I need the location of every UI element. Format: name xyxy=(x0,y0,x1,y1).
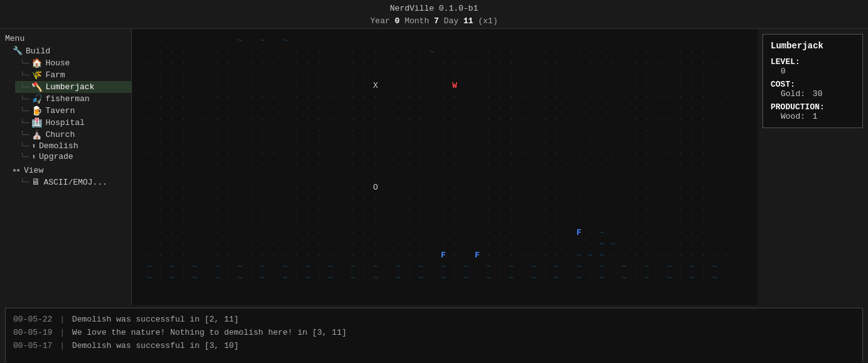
grid-cell: · xyxy=(393,137,404,148)
grid-cell: · xyxy=(597,171,608,182)
grid-cell: · xyxy=(676,80,687,92)
grid-cell: · xyxy=(608,273,619,284)
grid-cell: · xyxy=(314,46,325,58)
grid-cell: · xyxy=(314,250,325,261)
grid-cell: · xyxy=(427,69,438,80)
grid-cell: · xyxy=(529,216,540,227)
sidebar-item-tavern[interactable]: └─ 🍺 Tavern xyxy=(15,105,131,117)
grid-cell: · xyxy=(461,216,472,227)
grid-cell: · xyxy=(450,137,461,148)
grid-cell: · xyxy=(676,250,687,261)
grid-cell: · xyxy=(653,227,665,239)
grid-cell: · xyxy=(224,35,235,46)
grid-cell: · xyxy=(698,171,710,182)
sidebar-item-house[interactable]: └─ 🏠 House xyxy=(15,57,131,69)
grid-cell: · xyxy=(382,148,393,160)
grid-cell: · xyxy=(619,193,631,205)
sidebar-item-lumberjack[interactable]: └─ 🪓 Lumberjack xyxy=(15,81,131,93)
grid-cell: · xyxy=(495,114,506,126)
grid-cell: · xyxy=(258,182,269,193)
grid-cell: · xyxy=(495,126,506,137)
grid-cell: · xyxy=(665,103,676,114)
grid-cell: · xyxy=(518,273,529,284)
grid-cell: · xyxy=(563,92,574,103)
grid-cell: ~ xyxy=(212,273,224,284)
grid-cell: ~ xyxy=(348,273,359,284)
grid-cell: · xyxy=(529,148,540,160)
church-label: Church xyxy=(45,130,75,139)
grid-cell: · xyxy=(156,250,167,261)
grid-cell: · xyxy=(178,227,190,239)
grid-cell: · xyxy=(224,261,235,273)
grid-cell: · xyxy=(156,137,167,148)
grid-cell: ~ xyxy=(167,273,178,284)
grid-cell: · xyxy=(721,171,732,182)
grid-cell: · xyxy=(167,250,178,261)
grid-cell: · xyxy=(665,171,676,182)
grid-cell: · xyxy=(235,137,246,148)
sidebar-item-fisherman[interactable]: └─ 🎣 fisherman xyxy=(15,93,131,105)
grid-cell: · xyxy=(642,216,653,227)
build-header: 🔧 Build xyxy=(8,45,131,57)
grid-cell: · xyxy=(291,171,303,182)
grid-cell: · xyxy=(687,227,698,239)
grid-cell: · xyxy=(721,227,732,239)
grid-cell: · xyxy=(472,171,484,182)
grid-cell: · xyxy=(156,92,167,103)
grid-cell: · xyxy=(484,69,495,80)
grid-cell: · xyxy=(540,273,551,284)
grid-cell: ~ xyxy=(484,261,495,273)
sidebar-item-farm[interactable]: └─ 🌾 Farm xyxy=(15,69,131,81)
grid-cell: · xyxy=(337,92,348,103)
grid-cell: · xyxy=(325,69,337,80)
grid-cell: · xyxy=(484,114,495,126)
grid-cell: · xyxy=(382,103,393,114)
game-area[interactable]: ········~·~·~···························… xyxy=(132,29,757,305)
grid-cell: · xyxy=(382,58,393,69)
status-bar: Year 0 Month 7 Day 11 (x1) xyxy=(0,15,868,28)
grid-cell: · xyxy=(427,261,438,273)
grid-cell: · xyxy=(246,80,258,92)
grid-cell: · xyxy=(721,205,732,216)
grid-cell: · xyxy=(540,103,551,114)
grid-cell: ~ xyxy=(325,261,337,273)
grid-cell: · xyxy=(608,250,619,261)
grid-cell: · xyxy=(710,239,721,250)
grid-cell: · xyxy=(359,69,371,80)
grid-cell: · xyxy=(167,171,178,182)
grid-cell: · xyxy=(518,80,529,92)
grid-cell: · xyxy=(212,250,224,261)
grid-cell: · xyxy=(484,227,495,239)
grid-cell: · xyxy=(506,103,518,114)
grid-cell: · xyxy=(563,46,574,58)
grid-cell: · xyxy=(676,35,687,46)
grid-cell: · xyxy=(665,148,676,160)
sidebar-item-ascii[interactable]: └─ 🖥 ASCII/EMOJ... xyxy=(15,176,131,188)
grid-cell: · xyxy=(585,35,597,46)
grid-cell: · xyxy=(246,114,258,126)
grid-cell: · xyxy=(540,216,551,227)
grid-cell: ~ xyxy=(506,261,518,273)
sidebar-item-demolish[interactable]: └─ ⬆ Demolish xyxy=(15,141,131,151)
grid-cell: · xyxy=(450,261,461,273)
grid-cell: · xyxy=(416,114,427,126)
grid-cell: · xyxy=(337,160,348,171)
sidebar-item-hospital[interactable]: └─ 🏥 Hospital xyxy=(15,117,131,129)
grid-cell: · xyxy=(348,182,359,193)
grid-cell: · xyxy=(337,137,348,148)
grid-cell: · xyxy=(495,46,506,58)
grid-cell: · xyxy=(461,46,472,58)
grid-cell: · xyxy=(518,69,529,80)
grid-cell: · xyxy=(619,171,631,182)
grid-cell: · xyxy=(551,182,563,193)
grid-cell: · xyxy=(698,239,710,250)
grid-cell: · xyxy=(427,160,438,171)
grid-cell: · xyxy=(665,35,676,46)
grid-cell: · xyxy=(518,137,529,148)
sidebar-item-church[interactable]: └─ ⛪ Church xyxy=(15,129,131,141)
grid-cell: · xyxy=(314,239,325,250)
grid-cell: · xyxy=(619,35,631,46)
grid-cell: · xyxy=(303,171,314,182)
grid-cell: · xyxy=(325,250,337,261)
sidebar-item-upgrade[interactable]: └─ ⬆ Upgrade xyxy=(15,151,131,162)
